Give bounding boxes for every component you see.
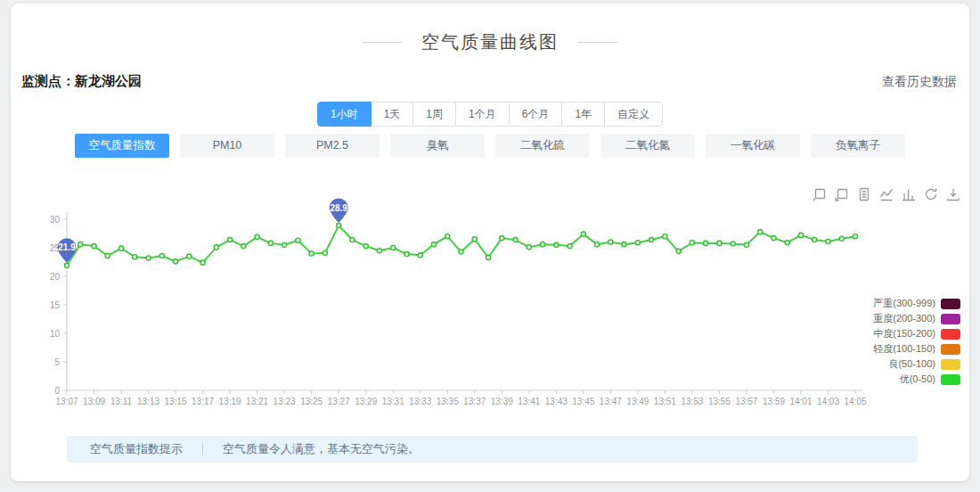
metric-tab-5[interactable]: 二氧化氮 <box>600 134 695 158</box>
legend-swatch <box>941 374 960 385</box>
metric-tab-1[interactable]: PM10 <box>180 134 274 158</box>
legend-item-3[interactable]: 轻度(100-150) <box>873 341 960 357</box>
legend-label: 良(50-100) <box>888 357 935 371</box>
legend-swatch <box>941 314 960 324</box>
svg-text:13:19: 13:19 <box>219 397 241 406</box>
metric-tab-0[interactable]: 空气质量指数 <box>75 134 169 158</box>
legend-swatch <box>941 359 960 370</box>
svg-text:13:55: 13:55 <box>708 397 731 406</box>
tip-bar: 空气质量指数提示 空气质量令人满意，基本无空气污染。 <box>67 436 918 463</box>
legend-label: 优(0-50) <box>900 373 935 386</box>
title-row: 空气质量曲线图 <box>11 30 969 54</box>
main-card: 空气质量曲线图 监测点：新龙湖公园 查看历史数据 1小时1天1周1个月6个月1年… <box>11 4 969 481</box>
svg-text:13:33: 13:33 <box>409 397 431 406</box>
legend-swatch <box>941 329 960 340</box>
svg-text:13:15: 13:15 <box>165 397 187 406</box>
svg-text:13:59: 13:59 <box>763 397 785 406</box>
metric-tab-2[interactable]: PM2.5 <box>285 134 380 158</box>
tip-text: 空气质量令人满意，基本无空气污染。 <box>223 441 420 457</box>
legend-swatch <box>941 299 960 309</box>
svg-text:0: 0 <box>54 386 60 396</box>
legend-label: 中度(150-200) <box>873 327 935 340</box>
svg-text:13:51: 13:51 <box>654 397 676 406</box>
svg-text:13:39: 13:39 <box>491 397 513 406</box>
title-decoration-line-left <box>363 42 402 43</box>
time-tab-2[interactable]: 1周 <box>412 102 456 127</box>
svg-text:13:17: 13:17 <box>192 397 214 406</box>
legend-item-4[interactable]: 良(50-100) <box>873 357 960 372</box>
time-tab-5[interactable]: 1年 <box>561 102 605 127</box>
legend-item-2[interactable]: 中度(150-200) <box>873 326 960 341</box>
svg-text:28.9: 28.9 <box>330 203 347 213</box>
svg-text:10: 10 <box>50 329 61 339</box>
time-tab-3[interactable]: 1个月 <box>455 102 510 127</box>
station-label: 监测点：新龙湖公园 <box>21 73 142 90</box>
svg-text:13:57: 13:57 <box>735 397 757 406</box>
legend-label: 轻度(100-150) <box>873 342 935 356</box>
legend-swatch <box>941 344 960 355</box>
aqi-line-chart[interactable]: 05101520253013:0713:0913:1113:1313:1513:… <box>18 176 962 419</box>
metric-tab-3[interactable]: 臭氧 <box>390 134 485 158</box>
metric-tab-6[interactable]: 一氧化碳 <box>706 134 800 158</box>
title-decoration-line-right <box>578 42 617 43</box>
legend-label: 重度(200-300) <box>873 312 935 325</box>
time-tab-6[interactable]: 自定义 <box>604 102 663 127</box>
svg-text:21.9: 21.9 <box>58 242 76 252</box>
history-data-link[interactable]: 查看历史数据 <box>882 74 957 90</box>
svg-text:13:47: 13:47 <box>600 397 622 406</box>
station-prefix: 监测点： <box>21 73 75 88</box>
svg-text:13:09: 13:09 <box>83 397 105 406</box>
station-name: 新龙湖公园 <box>75 73 142 88</box>
legend-label: 严重(300-999) <box>873 297 935 310</box>
svg-text:13:35: 13:35 <box>437 397 459 406</box>
tip-divider <box>202 443 203 455</box>
svg-text:20: 20 <box>50 272 61 282</box>
svg-text:13:29: 13:29 <box>355 397 377 406</box>
svg-text:13:45: 13:45 <box>572 397 594 406</box>
svg-text:13:11: 13:11 <box>110 397 133 406</box>
svg-text:30: 30 <box>50 215 61 225</box>
legend-item-0[interactable]: 严重(300-999) <box>873 296 960 311</box>
svg-text:13:41: 13:41 <box>518 397 540 406</box>
svg-text:13:13: 13:13 <box>137 397 159 406</box>
time-tab-1[interactable]: 1天 <box>371 102 414 127</box>
svg-text:13:37: 13:37 <box>463 397 486 406</box>
aqi-legend: 严重(300-999)重度(200-300)中度(150-200)轻度(100-… <box>873 296 960 387</box>
svg-text:13:25: 13:25 <box>300 397 323 406</box>
svg-text:15: 15 <box>50 300 61 310</box>
legend-item-5[interactable]: 优(0-50) <box>873 372 960 387</box>
svg-text:13:07: 13:07 <box>55 397 78 406</box>
time-range-tabs: 1小时1天1周1个月6个月1年自定义 <box>11 102 969 127</box>
svg-text:14:01: 14:01 <box>789 397 812 406</box>
legend-item-1[interactable]: 重度(200-300) <box>873 311 960 326</box>
svg-text:14:03: 14:03 <box>817 397 839 406</box>
time-tab-0[interactable]: 1小时 <box>317 102 372 127</box>
svg-text:13:21: 13:21 <box>246 397 268 406</box>
svg-text:14:05: 14:05 <box>844 397 866 406</box>
metric-tab-4[interactable]: 二氧化硫 <box>495 134 590 158</box>
tip-label: 空气质量指数提示 <box>90 441 183 457</box>
page-title: 空气质量曲线图 <box>421 30 559 54</box>
metric-tab-7[interactable]: 负氧离子 <box>811 134 905 158</box>
svg-text:13:49: 13:49 <box>626 397 649 406</box>
svg-text:5: 5 <box>54 357 60 367</box>
svg-text:13:27: 13:27 <box>328 397 350 406</box>
header-row: 监测点：新龙湖公园 查看历史数据 <box>21 73 957 90</box>
metric-tabs: 空气质量指数PM10PM2.5臭氧二氧化硫二氧化氮一氧化碳负氧离子 <box>11 134 969 158</box>
svg-text:13:23: 13:23 <box>274 397 296 406</box>
svg-text:13:43: 13:43 <box>545 397 568 406</box>
time-tab-4[interactable]: 6个月 <box>509 102 563 127</box>
svg-text:13:31: 13:31 <box>382 397 404 406</box>
svg-text:13:53: 13:53 <box>681 397 703 406</box>
